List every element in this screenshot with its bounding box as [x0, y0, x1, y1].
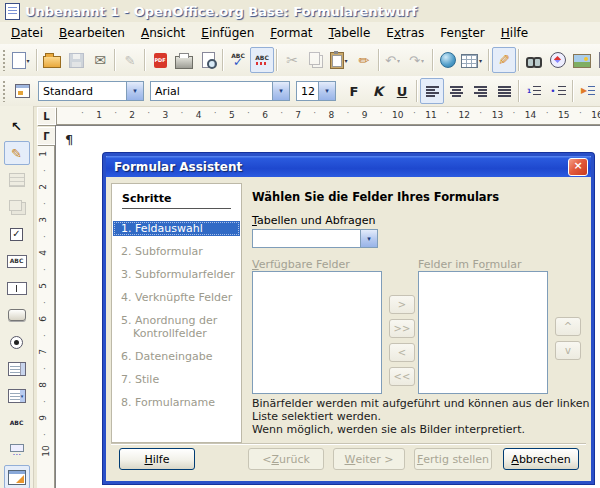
bullet-list-button[interactable] [546, 78, 570, 104]
wizard-step[interactable]: 5. Anordnung der Kontrollfelder [113, 313, 240, 341]
dialog-titlebar[interactable]: Formular Assistent × [106, 156, 591, 177]
menu-item-extras[interactable]: Extras [378, 24, 432, 42]
window-title: Unbenannt 1 - OpenOffice.org Base: Formu… [25, 4, 417, 19]
push-button-button[interactable] [4, 303, 30, 327]
toolbar-drag-handle[interactable] [2, 80, 7, 102]
styles-formatting-button[interactable] [10, 78, 34, 104]
hyperlink-button[interactable] [436, 47, 460, 73]
justify-button[interactable] [492, 78, 516, 104]
paragraph-style-value: Standard [38, 81, 126, 101]
indent-increase-button[interactable] [576, 78, 600, 104]
align-left-button[interactable] [420, 78, 444, 104]
chevron-down-icon[interactable]: ▾ [272, 81, 290, 101]
chevron-down-icon[interactable]: ▾ [126, 81, 144, 101]
dropdown-arrow-icon: ▾ [479, 57, 485, 64]
print-button[interactable] [172, 47, 196, 73]
paste-button[interactable]: ▾ [328, 47, 352, 73]
note-line-1: Binärfelder werden mit aufgeführt und kö… [252, 397, 600, 423]
wizard-step[interactable]: 7. Stile [113, 372, 240, 387]
chevron-down-icon[interactable]: ▾ [318, 81, 336, 101]
available-fields-listbox[interactable] [252, 271, 382, 394]
insert-table-button[interactable]: ▾ [460, 47, 486, 73]
text-box-button[interactable]: ABC [4, 249, 30, 273]
form-design-button[interactable] [4, 465, 30, 488]
menu-item-hilfe[interactable]: Hilfe [493, 24, 536, 42]
new-button[interactable]: ▾ [10, 47, 34, 73]
menu-item-tabelle[interactable]: Tabelle [321, 24, 379, 42]
vruler-number: 9 [38, 415, 48, 421]
icon-text: ABC [231, 53, 245, 59]
wizard-step[interactable]: 2. Subformular [113, 244, 240, 259]
help-button[interactable]: Hilfe [119, 448, 195, 470]
ruler-tick: · [43, 166, 46, 176]
cancel-button[interactable]: Abbrechen [503, 448, 579, 470]
paragraph-style-combobox[interactable]: Standard▾ [38, 81, 144, 101]
format-paintbrush-button[interactable] [352, 47, 376, 73]
combo-box-button[interactable] [4, 384, 30, 408]
navigator-button[interactable] [546, 47, 570, 73]
ruler-tick: · [413, 108, 416, 118]
wizard-step[interactable]: 1. Feldauswahl [113, 221, 240, 236]
close-icon[interactable]: × [568, 158, 588, 176]
vruler-number: 7 [38, 349, 48, 355]
find-replace-button[interactable] [522, 47, 546, 73]
open-icon [43, 56, 61, 68]
menu-item-ansicht[interactable]: Ansicht [133, 24, 193, 42]
check-box-button[interactable] [4, 222, 30, 246]
tables-queries-combobox[interactable]: ▾ [252, 229, 378, 248]
numbered-list-button[interactable] [522, 78, 546, 104]
toolbar-separator [378, 49, 380, 71]
redo-icon [409, 54, 420, 67]
more-controls-button[interactable] [4, 438, 30, 462]
font-name-combobox[interactable]: Arial▾ [150, 81, 290, 101]
icon-glyph: F [350, 85, 359, 98]
font-size-combobox[interactable]: 12▾ [296, 81, 336, 101]
wizard-step[interactable]: 8. Formularname [113, 395, 240, 410]
menu-item-format[interactable]: Format [262, 24, 320, 42]
underline-icon: U [397, 85, 408, 98]
wizard-step[interactable]: 4. Verknüpfte Felder [113, 290, 240, 305]
undo-button: ▾ [382, 47, 406, 73]
toolbar-separator [488, 49, 490, 71]
wizard-step[interactable]: 3. Subformularfelder [113, 267, 240, 282]
edit-mode-button[interactable] [492, 47, 516, 73]
fields-in-form-listbox[interactable] [418, 271, 548, 394]
partial-button[interactable] [594, 47, 600, 73]
menu-item-bearbeiten[interactable]: Bearbeiten [51, 24, 133, 42]
pdf-button[interactable]: PDF [148, 47, 172, 73]
icon-text: ABC [10, 258, 24, 264]
open-button[interactable] [40, 47, 64, 73]
available-fields-label: Verfügbare Felder [252, 258, 350, 271]
mail-button[interactable] [88, 47, 112, 73]
align-center-button[interactable] [444, 78, 468, 104]
align-right-button[interactable] [468, 78, 492, 104]
gallery-button[interactable] [570, 47, 594, 73]
spellcheck-button[interactable]: ABC [226, 47, 250, 73]
hruler-number: 9 [362, 110, 368, 120]
bold-button[interactable]: F [342, 78, 366, 104]
tab-stop-selector[interactable]: L [37, 107, 56, 125]
menu-item-fenster[interactable]: Fenster [432, 24, 493, 42]
autospellcheck-button[interactable]: ABC [250, 47, 274, 73]
formatted-field-button[interactable] [4, 276, 30, 300]
menu-item-datei[interactable]: Datei [3, 24, 51, 42]
list-box-button[interactable] [4, 357, 30, 381]
numbered-list-icon [527, 86, 541, 96]
menu-item-einfgen[interactable]: Einfügen [193, 24, 262, 42]
move-selected-left-button: < [389, 343, 415, 362]
toolbar-drag-handle[interactable] [2, 49, 7, 71]
italic-button[interactable]: K [366, 78, 390, 104]
chevron-down-icon[interactable]: ▾ [360, 229, 378, 248]
formatting-combos: Standard▾Arial▾12▾ [38, 81, 342, 101]
font-size-value: 12 [296, 81, 318, 101]
cut-button [280, 47, 304, 73]
page-preview-button[interactable] [196, 47, 220, 73]
underline-button[interactable]: U [390, 78, 414, 104]
form-design-icon [8, 470, 26, 485]
edit-mode-icon [498, 53, 510, 67]
design-mode-button[interactable] [4, 141, 30, 165]
select-button[interactable] [4, 114, 30, 138]
label-field-button[interactable]: ABC [4, 411, 30, 435]
wizard-step[interactable]: 6. Dateneingabe [113, 349, 240, 364]
option-button-button[interactable] [4, 330, 30, 354]
